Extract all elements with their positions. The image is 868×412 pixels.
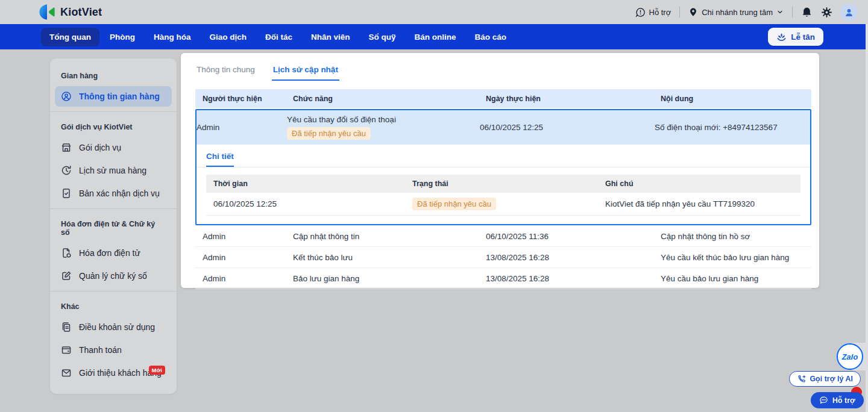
- table-header-row: Người thực hiện Chức năng Ngày thực hiện…: [195, 89, 811, 108]
- col-header-nguoi-thuc-hien: Người thực hiện: [195, 95, 286, 103]
- detail-table: Thời gian Trạng thái Ghi chú 06/10/2025 …: [206, 175, 800, 216]
- help-label: Hỗ trợ: [649, 8, 671, 17]
- cell-date: 06/10/2025 12:25: [480, 123, 655, 132]
- cell-content: Cập nhật thông tin hồ sơ: [653, 232, 811, 241]
- support-button[interactable]: Hỗ trợ: [811, 392, 864, 408]
- wallet-icon: [61, 345, 72, 355]
- nav-tong-quan[interactable]: Tổng quan: [41, 28, 99, 46]
- sidebar-item-label: Quản lý chữ ký số: [79, 271, 147, 281]
- chevron-down-icon: [776, 8, 784, 16]
- sidebar-item-dieu-khoan-su-dung[interactable]: Điều khoản sử dụng: [55, 317, 172, 337]
- table-row[interactable]: Admin Kết thúc bảo lưu 13/08/2025 16:28 …: [195, 247, 811, 268]
- sidebar-item-thanh-toan[interactable]: Thanh toán: [55, 340, 172, 360]
- sidebar-item-label: Hóa đơn điện tử: [79, 248, 140, 258]
- col-header-trang-thai: Trạng thái: [405, 179, 598, 188]
- table-row[interactable]: Admin Bảo lưu gian hàng 13/08/2025 16:28…: [195, 268, 811, 289]
- sidebar-item-quan-ly-chu-ky-so[interactable]: Quản lý chữ ký số: [55, 266, 172, 286]
- nav-hang-hoa[interactable]: Hàng hóa: [145, 28, 200, 46]
- settings-button[interactable]: [821, 7, 832, 18]
- tab-lich-su-cap-nhat[interactable]: Lịch sử cập nhật: [272, 63, 339, 81]
- sidebar-item-gioi-thieu-khach-hang[interactable]: Giới thiệu khách hàng Mới: [55, 363, 172, 383]
- sidebar-item-ban-xac-nhan-dich-vu[interactable]: Bản xác nhận dịch vụ: [55, 183, 172, 204]
- nav-ban-online[interactable]: Bán online: [406, 28, 465, 46]
- reception-button[interactable]: Lễ tân: [768, 28, 823, 46]
- kiotviet-logo[interactable]: KiotViet: [39, 4, 102, 20]
- col-header-thoi-gian: Thời gian: [206, 179, 405, 188]
- nav-bao-cao[interactable]: Báo cáo: [467, 28, 515, 46]
- zalo-label: Zalo: [842, 352, 858, 361]
- lotus-hand-icon: [776, 32, 787, 42]
- chat-bubble-icon: [819, 396, 828, 405]
- sidebar-item-hoa-don-dien-tu[interactable]: Hóa đơn điện tử: [55, 243, 172, 263]
- new-badge: Mới: [149, 366, 165, 375]
- col-header-chuc-nang: Chức năng: [286, 95, 479, 103]
- ai-button-label: Gọi trợ lý AI: [810, 375, 853, 383]
- sidebar-item-label: Bản xác nhận dịch vụ: [79, 189, 160, 198]
- cell-status: Đã tiếp nhận yêu cầu: [405, 198, 598, 210]
- main-panel: Thông tin chung Lịch sử cập nhật Người t…: [181, 53, 819, 288]
- cell-date: 13/08/2025 16:28: [479, 253, 653, 262]
- cell-note: KiotViet đã tiếp nhận yêu cầu TT7199320: [598, 199, 800, 208]
- nav-giao-dich[interactable]: Giao dịch: [201, 28, 256, 46]
- branch-selector[interactable]: Chi nhánh trung tâm: [688, 7, 784, 17]
- nav-nhan-vien[interactable]: Nhân viên: [303, 28, 359, 46]
- detail-header-row: Thời gian Trạng thái Ghi chú: [206, 175, 800, 193]
- invoice-icon: [61, 248, 72, 258]
- status-badge: Đã tiếp nhận yêu cầu: [287, 127, 371, 140]
- user-icon: [844, 7, 854, 17]
- help-menu-item[interactable]: Hỗ trợ: [635, 7, 671, 17]
- nav-doi-tac[interactable]: Đối tác: [257, 28, 301, 46]
- phone-plus-icon: [797, 375, 806, 384]
- cell-content: Yêu cầu bảo lưu gian hàng: [653, 274, 811, 283]
- status-badge: Đã tiếp nhận yêu cầu: [412, 198, 496, 210]
- table-row-selected[interactable]: Admin Yêu cầu thay đổi số điện thoại Đã …: [197, 110, 810, 145]
- sidebar-item-label: Gói dịch vụ: [79, 143, 121, 152]
- topbar: KiotViet Hỗ trợ Chi nhánh trung tâm: [0, 0, 868, 24]
- sidebar-section-goi-dich-vu: Gói dịch vụ KiotViet: [50, 116, 177, 137]
- table-row[interactable]: Admin Cập nhật thông tin 06/10/2025 11:3…: [195, 226, 811, 247]
- sidebar-section-khac: Khác: [50, 295, 177, 317]
- location-pin-icon: [688, 7, 698, 17]
- cell-content: Yêu cầu kết thúc bảo lưu gian hàng: [653, 253, 811, 262]
- sidebar-item-label: Thông tin gian hàng: [79, 92, 160, 101]
- function-text: Yêu cầu thay đổi số điện thoại: [287, 115, 480, 124]
- cell-user: Admin: [195, 274, 286, 283]
- nav-so-quy[interactable]: Sổ quỹ: [360, 28, 404, 46]
- col-header-noi-dung: Nội dung: [653, 95, 811, 103]
- sidebar-item-label: Điều khoản sử dụng: [79, 322, 155, 332]
- tab-chi-tiet[interactable]: Chi tiết: [206, 152, 234, 167]
- ai-assistant-call-button[interactable]: Gọi trợ lý AI: [789, 371, 861, 387]
- cell-function: Cập nhật thông tin: [286, 232, 479, 241]
- zalo-button[interactable]: Zalo: [837, 343, 863, 370]
- col-header-ghi-chu: Ghi chú: [598, 179, 800, 188]
- cell-function: Kết thúc bảo lưu: [286, 253, 479, 262]
- cell-user: Admin: [195, 253, 286, 262]
- cell-function: Bảo lưu gian hàng: [286, 274, 479, 283]
- tab-thong-tin-chung[interactable]: Thông tin chung: [195, 63, 256, 81]
- topbar-divider: [679, 7, 680, 17]
- sidebar: Gian hàng Thông tin gian hàng Gói dịch v…: [50, 58, 177, 394]
- main-nav: Tổng quan Phòng Hàng hóa Giao dịch Đối t…: [0, 24, 868, 49]
- user-avatar[interactable]: [841, 4, 857, 20]
- cell-date: 13/08/2025 16:28: [479, 274, 653, 283]
- sidebar-item-thong-tin-gian-hang[interactable]: Thông tin gian hàng: [55, 86, 172, 107]
- document-check-icon: [61, 188, 72, 199]
- detail-tabs: Chi tiết: [197, 145, 810, 167]
- detail-row: 06/10/2025 12:25 Đã tiếp nhận yêu cầu Ki…: [206, 193, 800, 216]
- history-icon: [61, 165, 72, 176]
- envelope-icon: [61, 367, 72, 378]
- cell-user: Admin: [195, 232, 286, 241]
- gear-icon: [821, 7, 832, 18]
- cell-date: 06/10/2025 11:36: [479, 232, 653, 241]
- sidebar-item-lich-su-mua-hang[interactable]: Lịch sử mua hàng: [55, 160, 172, 181]
- sidebar-item-goi-dich-vu[interactable]: Gói dịch vụ: [55, 137, 172, 158]
- notifications-button[interactable]: [801, 7, 813, 18]
- kiotviet-logo-icon: [39, 4, 55, 20]
- cell-content: Số điện thoại mới: +84974123567: [655, 123, 810, 132]
- sidebar-item-label: Thanh toán: [79, 345, 122, 355]
- sidebar-item-label: Lịch sử mua hàng: [79, 166, 146, 175]
- support-button-label: Hỗ trợ: [832, 396, 855, 405]
- expanded-row-group: Admin Yêu cầu thay đổi số điện thoại Đã …: [195, 109, 811, 225]
- content-area: Gian hàng Thông tin gian hàng Gói dịch v…: [0, 49, 868, 412]
- nav-phong[interactable]: Phòng: [101, 28, 143, 46]
